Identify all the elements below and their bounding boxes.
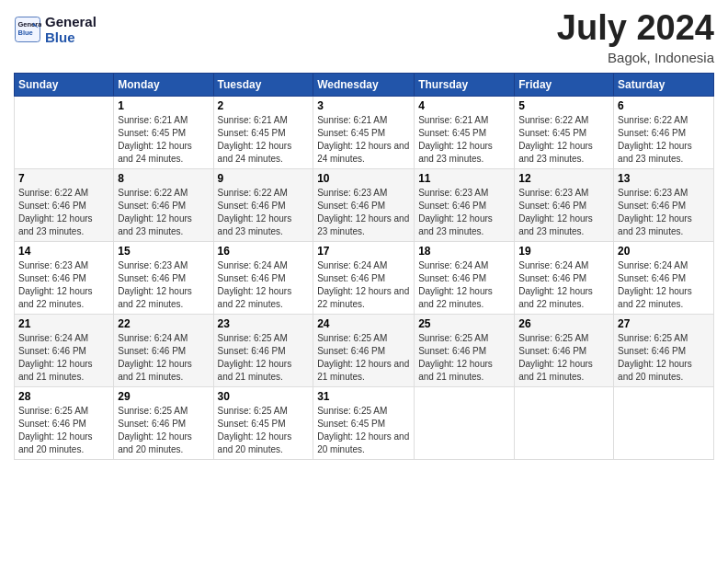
calendar-day-cell: 4 Sunrise: 6:21 AM Sunset: 6:45 PM Dayli… <box>415 96 515 168</box>
calendar-day-cell: 5 Sunrise: 6:22 AM Sunset: 6:45 PM Dayli… <box>515 96 614 168</box>
day-info: Sunrise: 6:24 AM Sunset: 6:46 PM Dayligh… <box>518 259 609 311</box>
logo-icon: General Blue <box>14 16 41 43</box>
day-number: 18 <box>418 245 510 258</box>
title-section: July 2024 Bagok, Indonesia <box>557 9 714 65</box>
calendar-day-cell: 6 Sunrise: 6:22 AM Sunset: 6:46 PM Dayli… <box>614 96 714 168</box>
weekday-header: Monday <box>114 73 213 96</box>
calendar-week-row: 1 Sunrise: 6:21 AM Sunset: 6:45 PM Dayli… <box>15 96 714 168</box>
day-number: 7 <box>18 172 109 185</box>
day-info: Sunrise: 6:25 AM Sunset: 6:46 PM Dayligh… <box>18 405 109 456</box>
day-info: Sunrise: 6:24 AM Sunset: 6:46 PM Dayligh… <box>18 332 109 384</box>
calendar-week-row: 7 Sunrise: 6:22 AM Sunset: 6:46 PM Dayli… <box>15 168 714 241</box>
day-info: Sunrise: 6:25 AM Sunset: 6:46 PM Dayligh… <box>518 332 609 384</box>
calendar-day-cell: 21 Sunrise: 6:24 AM Sunset: 6:46 PM Dayl… <box>15 314 114 386</box>
calendar-day-cell: 18 Sunrise: 6:24 AM Sunset: 6:46 PM Dayl… <box>415 241 515 314</box>
day-number: 21 <box>18 317 109 330</box>
day-number: 12 <box>518 172 609 185</box>
weekday-header: Friday <box>515 73 614 96</box>
day-number: 9 <box>218 172 310 185</box>
calendar-day-cell: 3 Sunrise: 6:21 AM Sunset: 6:45 PM Dayli… <box>313 96 415 168</box>
day-info: Sunrise: 6:24 AM Sunset: 6:46 PM Dayligh… <box>618 259 710 311</box>
calendar-day-cell: 24 Sunrise: 6:25 AM Sunset: 6:46 PM Dayl… <box>313 314 415 386</box>
day-number: 30 <box>218 390 310 403</box>
calendar-day-cell: 23 Sunrise: 6:25 AM Sunset: 6:46 PM Dayl… <box>213 314 313 386</box>
day-number: 13 <box>618 172 710 185</box>
calendar-day-cell: 31 Sunrise: 6:25 AM Sunset: 6:45 PM Dayl… <box>313 386 415 459</box>
calendar-week-row: 14 Sunrise: 6:23 AM Sunset: 6:46 PM Dayl… <box>15 241 714 314</box>
calendar-day-cell: 27 Sunrise: 6:25 AM Sunset: 6:46 PM Dayl… <box>614 314 714 386</box>
calendar-day-cell: 30 Sunrise: 6:25 AM Sunset: 6:45 PM Dayl… <box>213 386 313 459</box>
day-info: Sunrise: 6:22 AM Sunset: 6:46 PM Dayligh… <box>218 187 310 238</box>
day-number: 26 <box>518 317 609 330</box>
day-info: Sunrise: 6:21 AM Sunset: 6:45 PM Dayligh… <box>218 114 310 166</box>
calendar-day-cell: 16 Sunrise: 6:24 AM Sunset: 6:46 PM Dayl… <box>213 241 313 314</box>
weekday-header: Sunday <box>15 73 114 96</box>
calendar-day-cell: 8 Sunrise: 6:22 AM Sunset: 6:46 PM Dayli… <box>114 168 213 241</box>
day-number: 11 <box>418 172 510 185</box>
calendar-week-row: 28 Sunrise: 6:25 AM Sunset: 6:46 PM Dayl… <box>15 386 714 459</box>
day-number: 8 <box>118 172 209 185</box>
calendar-day-cell: 10 Sunrise: 6:23 AM Sunset: 6:46 PM Dayl… <box>313 168 415 241</box>
day-number: 20 <box>618 245 710 258</box>
calendar-day-cell: 17 Sunrise: 6:24 AM Sunset: 6:46 PM Dayl… <box>313 241 415 314</box>
day-number: 5 <box>518 99 609 112</box>
page-container: General Blue General Blue July 2024 Bago… <box>0 0 728 469</box>
day-info: Sunrise: 6:23 AM Sunset: 6:46 PM Dayligh… <box>418 187 510 238</box>
month-title: July 2024 <box>557 9 714 48</box>
calendar-day-cell <box>614 386 714 459</box>
weekday-header: Thursday <box>415 73 515 96</box>
calendar-day-cell: 12 Sunrise: 6:23 AM Sunset: 6:46 PM Dayl… <box>515 168 614 241</box>
day-info: Sunrise: 6:22 AM Sunset: 6:46 PM Dayligh… <box>618 114 710 166</box>
day-number: 17 <box>317 245 410 258</box>
day-info: Sunrise: 6:24 AM Sunset: 6:46 PM Dayligh… <box>317 259 410 311</box>
day-number: 6 <box>618 99 710 112</box>
calendar-day-cell: 15 Sunrise: 6:23 AM Sunset: 6:46 PM Dayl… <box>114 241 213 314</box>
day-info: Sunrise: 6:23 AM Sunset: 6:46 PM Dayligh… <box>618 187 710 238</box>
calendar-day-cell: 19 Sunrise: 6:24 AM Sunset: 6:46 PM Dayl… <box>515 241 614 314</box>
day-info: Sunrise: 6:21 AM Sunset: 6:45 PM Dayligh… <box>418 114 510 166</box>
day-number: 29 <box>118 390 209 403</box>
day-number: 14 <box>18 245 109 258</box>
day-info: Sunrise: 6:25 AM Sunset: 6:45 PM Dayligh… <box>218 405 310 456</box>
day-number: 19 <box>518 245 609 258</box>
day-info: Sunrise: 6:21 AM Sunset: 6:45 PM Dayligh… <box>118 114 209 166</box>
day-number: 22 <box>118 317 209 330</box>
calendar-day-cell: 28 Sunrise: 6:25 AM Sunset: 6:46 PM Dayl… <box>15 386 114 459</box>
day-number: 23 <box>218 317 310 330</box>
day-number: 15 <box>118 245 209 258</box>
calendar-day-cell: 1 Sunrise: 6:21 AM Sunset: 6:45 PM Dayli… <box>114 96 213 168</box>
day-info: Sunrise: 6:24 AM Sunset: 6:46 PM Dayligh… <box>118 332 209 384</box>
logo-text: General Blue <box>45 14 97 45</box>
day-number: 27 <box>618 317 710 330</box>
day-number: 4 <box>418 99 510 112</box>
calendar-day-cell: 11 Sunrise: 6:23 AM Sunset: 6:46 PM Dayl… <box>415 168 515 241</box>
day-info: Sunrise: 6:25 AM Sunset: 6:46 PM Dayligh… <box>118 405 209 456</box>
calendar-week-row: 21 Sunrise: 6:24 AM Sunset: 6:46 PM Dayl… <box>15 314 714 386</box>
calendar-day-cell: 26 Sunrise: 6:25 AM Sunset: 6:46 PM Dayl… <box>515 314 614 386</box>
calendar-day-cell: 29 Sunrise: 6:25 AM Sunset: 6:46 PM Dayl… <box>114 386 213 459</box>
calendar-day-cell <box>15 96 114 168</box>
weekday-header: Saturday <box>614 73 714 96</box>
day-info: Sunrise: 6:23 AM Sunset: 6:46 PM Dayligh… <box>18 259 109 311</box>
day-info: Sunrise: 6:25 AM Sunset: 6:46 PM Dayligh… <box>218 332 310 384</box>
day-info: Sunrise: 6:25 AM Sunset: 6:46 PM Dayligh… <box>618 332 710 384</box>
location: Bagok, Indonesia <box>557 50 714 65</box>
day-number: 24 <box>317 317 410 330</box>
day-info: Sunrise: 6:25 AM Sunset: 6:46 PM Dayligh… <box>317 332 410 384</box>
logo: General Blue General Blue <box>14 14 97 45</box>
calendar-day-cell: 13 Sunrise: 6:23 AM Sunset: 6:46 PM Dayl… <box>614 168 714 241</box>
day-number: 3 <box>317 99 410 112</box>
day-info: Sunrise: 6:24 AM Sunset: 6:46 PM Dayligh… <box>218 259 310 311</box>
day-number: 31 <box>317 390 410 403</box>
calendar-day-cell: 9 Sunrise: 6:22 AM Sunset: 6:46 PM Dayli… <box>213 168 313 241</box>
day-info: Sunrise: 6:22 AM Sunset: 6:45 PM Dayligh… <box>518 114 609 166</box>
calendar-day-cell: 25 Sunrise: 6:25 AM Sunset: 6:46 PM Dayl… <box>415 314 515 386</box>
day-number: 16 <box>218 245 310 258</box>
weekday-header: Wednesday <box>313 73 415 96</box>
day-info: Sunrise: 6:24 AM Sunset: 6:46 PM Dayligh… <box>418 259 510 311</box>
day-number: 2 <box>218 99 310 112</box>
day-number: 28 <box>18 390 109 403</box>
calendar-day-cell: 20 Sunrise: 6:24 AM Sunset: 6:46 PM Dayl… <box>614 241 714 314</box>
day-info: Sunrise: 6:22 AM Sunset: 6:46 PM Dayligh… <box>118 187 209 238</box>
calendar-day-cell: 14 Sunrise: 6:23 AM Sunset: 6:46 PM Dayl… <box>15 241 114 314</box>
